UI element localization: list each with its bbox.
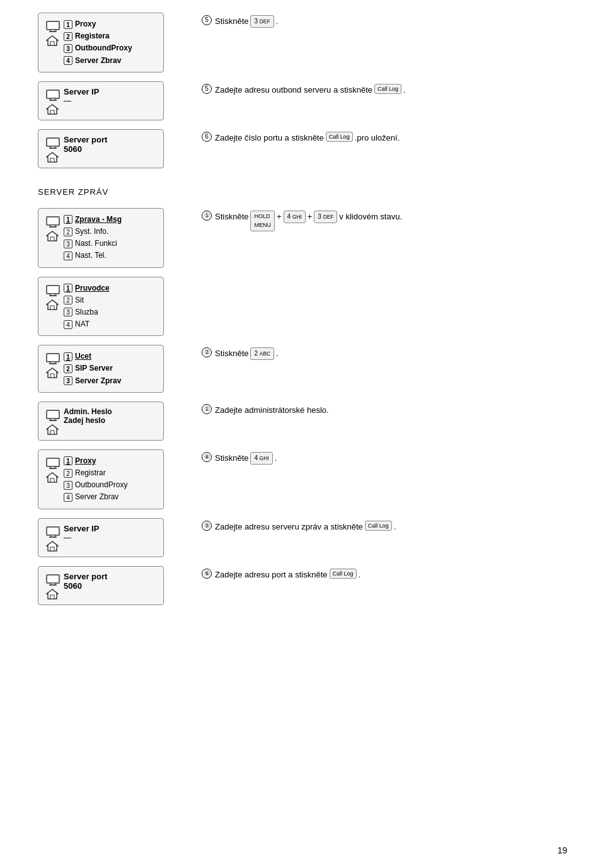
mid-row-3: 1 Ucet 2 SIP Server 3 Server Zprav <box>38 345 567 393</box>
svg-rect-29 <box>50 374 54 378</box>
mid-row-6: Server IP — ⑤ Zadejte adresu serveru zpr… <box>38 518 567 557</box>
instruction-5-empty <box>202 277 567 279</box>
step-num-2: 5 <box>202 84 212 94</box>
monitor-icon-2 <box>46 90 60 101</box>
menu-list-5: 1 Pruvodce 2 Sit 3 Sluzba 4 <box>64 282 110 331</box>
step-num-9: ⑤ <box>202 521 212 531</box>
server-port-label-2: Server port <box>64 572 107 581</box>
house-icon-2 <box>46 103 59 115</box>
svg-rect-5 <box>47 90 59 98</box>
svg-rect-34 <box>50 431 54 434</box>
menu-item-server-zbrav2: 4 Server Zbrav <box>64 491 127 503</box>
key-4ghi-2: 4 GHI <box>250 452 272 465</box>
menu-list-1: 1 Proxy 2 Registera 3 OutboundProxy 4 <box>64 18 132 67</box>
instruction-6: ② Stiskněte 2 ABC . <box>202 345 567 361</box>
screen-box-3: Server port 5060 <box>38 129 183 168</box>
server-port-label: Server port <box>64 135 107 144</box>
server-ip-label: Server IP <box>64 87 99 96</box>
top-row-3: Server port 5060 6 Zadejte číslo portu a… <box>38 129 567 168</box>
instruction-4: ① Stiskněte HOLDMENU + 4 GHI + 3 DEF v k… <box>202 208 567 231</box>
menu-item-zprava: 1 Zprava - Msg <box>64 214 122 226</box>
menu-item-1: 1 Proxy <box>64 18 132 30</box>
svg-rect-25 <box>47 354 59 362</box>
svg-rect-40 <box>47 527 59 535</box>
menu-item-sit: 2 Sit <box>64 294 110 306</box>
menu-item-3: 3 OutboundProxy <box>64 42 132 54</box>
house-icon-7 <box>46 424 59 435</box>
menu-item-outbound2: 3 OutboundProxy <box>64 479 127 491</box>
server-ip-label-2: Server IP <box>64 524 99 533</box>
key-calllog-4: Call Log <box>330 569 357 579</box>
menu-item-pruvodce: 1 Pruvodce <box>64 282 110 294</box>
monitor-icon <box>46 21 60 32</box>
key-calllog-1: Call Log <box>374 84 401 94</box>
step-num-10: ⑥ <box>202 569 212 579</box>
instruction-10: ⑥ Zadejte adresu port a stiskněte Call L… <box>202 566 567 582</box>
svg-rect-9 <box>50 110 54 114</box>
server-ip-value: — <box>64 96 99 105</box>
screen-box-6: 1 Ucet 2 SIP Server 3 Server Zprav <box>38 345 183 393</box>
house-icon-3 <box>46 151 59 163</box>
house-icon-4 <box>46 230 59 241</box>
monitor-icon-6 <box>46 353 60 364</box>
menu-list-8: 1 Proxy 2 Registrar 3 OutboundProxy 4 <box>64 455 127 504</box>
step-num-3: 6 <box>202 132 212 142</box>
house-icon-10 <box>46 588 59 599</box>
svg-rect-20 <box>47 286 59 294</box>
menu-item-2: 2 Registera <box>64 30 132 42</box>
menu-item-ucet: 1 Ucet <box>64 350 121 362</box>
step-num-4: ① <box>202 211 212 221</box>
screen-box-5: 1 Pruvodce 2 Sit 3 Sluzba 4 <box>38 277 183 337</box>
key-calllog-3: Call Log <box>365 521 392 531</box>
svg-rect-24 <box>50 306 54 310</box>
key-2abc: 2 ABC <box>250 347 274 360</box>
menu-item-nast-tel: 4 Nast. Tel. <box>64 250 122 262</box>
server-port-value-2: 5060 <box>64 581 107 591</box>
server-port-value: 5060 <box>64 144 107 154</box>
step-num-8: ④ <box>202 452 212 462</box>
zadej-heslo-label: Zadej heslo <box>64 416 112 425</box>
screen-box-9: Server IP — <box>38 518 183 557</box>
menu-item-nast-funkci: 3 Nast. Funkci <box>64 238 122 250</box>
svg-rect-10 <box>47 138 59 146</box>
top-row-2: Server IP — 5 Zadejte adresu outbond ser… <box>38 81 567 120</box>
section-header: Server zpráv <box>38 187 567 197</box>
house-icon-6 <box>46 367 59 378</box>
step-num-7: ① <box>202 404 212 414</box>
instruction-1: 5 Stiskněte 3 DEF . <box>202 13 567 28</box>
step-num-6: ② <box>202 347 212 357</box>
instruction-9: ⑤ Zadejte adresu serveru zpráv a stiskně… <box>202 518 567 534</box>
svg-rect-0 <box>47 21 59 30</box>
instruction-3: 6 Zadejte číslo portu a stiskněte Call L… <box>202 129 567 145</box>
svg-rect-35 <box>47 458 59 466</box>
svg-rect-4 <box>50 42 54 45</box>
svg-rect-39 <box>50 478 54 482</box>
mid-row-4: Admin. Heslo Zadej heslo ① Zadejte admin… <box>38 402 567 441</box>
key-3def-2: 3 DEF <box>314 211 337 223</box>
mid-row-5: 1 Proxy 2 Registrar 3 OutboundProxy 4 <box>38 449 567 509</box>
page-number: 19 <box>557 845 567 855</box>
screen-box-4: 1 Zprava - Msg 2 Syst. Info. 3 Nast. Fun… <box>38 208 183 268</box>
monitor-icon-9 <box>46 526 60 538</box>
key-calllog-2: Call Log <box>326 132 353 142</box>
menu-list-6: 1 Ucet 2 SIP Server 3 Server Zprav <box>64 350 121 387</box>
menu-item-syst: 2 Syst. Info. <box>64 226 122 238</box>
menu-item-sluzba: 3 Sluzba <box>64 306 110 318</box>
monitor-icon-8 <box>46 458 60 469</box>
svg-rect-15 <box>47 217 59 225</box>
svg-rect-49 <box>50 595 54 599</box>
screen-box-2: Server IP — <box>38 81 183 120</box>
monitor-icon-7 <box>46 410 60 421</box>
svg-rect-19 <box>50 237 54 241</box>
menu-item-nat: 4 NAT <box>64 318 110 330</box>
mid-row-7: Server port 5060 ⑥ Zadejte adresu port a… <box>38 566 567 605</box>
instruction-8: ④ Stiskněte 4 GHI . <box>202 449 567 465</box>
instruction-7: ① Zadejte administrátorské heslo. <box>202 402 567 417</box>
monitor-icon-4 <box>46 216 60 228</box>
key-hold-menu: HOLDMENU <box>250 211 275 231</box>
mid-row-2: 1 Pruvodce 2 Sit 3 Sluzba 4 <box>38 277 567 337</box>
menu-item-registrar: 2 Registrar <box>64 467 127 479</box>
key-4ghi: 4 GHI <box>284 211 306 223</box>
screen-box-8: 1 Proxy 2 Registrar 3 OutboundProxy 4 <box>38 449 183 509</box>
svg-rect-44 <box>50 547 54 551</box>
